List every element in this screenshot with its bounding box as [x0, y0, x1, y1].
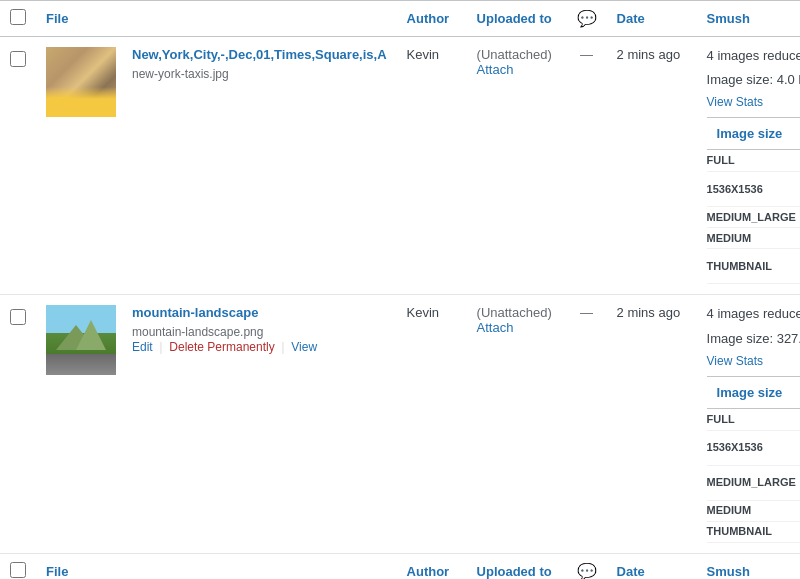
file-footer: File: [36, 553, 397, 579]
file-name: new-york-taxis.jpg: [132, 67, 229, 81]
file-header: File: [36, 1, 397, 37]
smush-size-name: MEDIUM_LARGE: [707, 465, 800, 500]
file-cell: New,York,City,-,Dec,01,Times,Square,is,A…: [122, 37, 397, 295]
view-stats-link[interactable]: View Stats: [707, 95, 800, 109]
action-separator: |: [156, 339, 167, 354]
smush-size-name: MEDIUM: [707, 228, 800, 249]
date-cell: 2 mins ago: [607, 37, 697, 295]
smush-table-header: Image sizeSavings: [707, 376, 800, 408]
smush-size-name: FULL: [707, 150, 800, 172]
row-checkbox[interactable]: [10, 309, 26, 325]
smush-table-row: THUMBNAIL(150x150)2.0 KB ( 11.7% ): [707, 521, 800, 542]
date-value: 2 mins ago: [617, 47, 681, 62]
action-delete-permanently[interactable]: Delete Permanently: [169, 340, 274, 354]
action-separator: |: [278, 339, 289, 354]
author-header: Author: [397, 1, 467, 37]
action-view[interactable]: View: [291, 340, 317, 354]
row-checkbox-cell: [0, 295, 36, 553]
comment-dash: —: [580, 47, 593, 62]
smush-table-row: MEDIUM(300x200)2.2 KB ( 8.2% ): [707, 228, 800, 249]
date-header: Date: [607, 1, 697, 37]
smush-size-name: 1536X1536: [707, 430, 800, 465]
file-name: mountain-landscape.png: [132, 325, 263, 339]
attach-link[interactable]: Attach: [477, 62, 514, 77]
file-title-link[interactable]: New,York,City,-,Dec,01,Times,Square,is,A: [132, 47, 387, 64]
smush-size-name: THUMBNAIL: [707, 521, 800, 542]
comments-footer: 💬: [567, 553, 607, 579]
comment-cell: —: [567, 37, 607, 295]
smush-footer: Smush: [697, 553, 800, 579]
row-checkbox[interactable]: [10, 51, 26, 67]
date-footer: Date: [607, 553, 697, 579]
comment-cell: —: [567, 295, 607, 553]
smush-table-row: MEDIUM_LARGE(768x429)23.6 KB ( 18.8% ): [707, 465, 800, 500]
row-actions: Edit | Delete Permanently | View: [132, 339, 387, 354]
comments-icon-footer: 💬: [577, 563, 597, 579]
smush-size-name: MEDIUM_LARGE: [707, 207, 800, 228]
smush-table-row: THUMBNAIL(150x150)911.0 B ( 8.3% ): [707, 249, 800, 284]
row-checkbox-cell: [0, 37, 36, 295]
smush-table-row: FULLPRO: [707, 408, 800, 430]
smush-details-table: Image sizeSavingsFULLPRO1536X1536(1536x8…: [707, 376, 800, 543]
author-cell: Kevin: [397, 37, 467, 295]
smush-col-image-size: Image size: [707, 118, 800, 150]
smush-cell: 4 images reduced by 35.6 KB (6.0%)Image …: [697, 37, 800, 295]
unattached-text: (Unattached): [477, 47, 557, 62]
action-edit[interactable]: Edit: [132, 340, 153, 354]
smush-summary: 4 images reduced by 35.6 KB (6.0%): [707, 47, 800, 65]
uploaded-to-header: Uploaded to: [467, 1, 567, 37]
smush-image-size: Image size: 327.5 KB: [707, 330, 800, 348]
smush-details-table: Image sizeSavingsFULLPRO1536X1536(1536x1…: [707, 117, 800, 284]
smush-col-image-size: Image size: [707, 376, 800, 408]
smush-header: Smush: [697, 1, 800, 37]
table-row: New,York,City,-,Dec,01,Times,Square,is,A…: [0, 37, 800, 295]
select-all-checkbox-col: [0, 1, 36, 37]
uploaded-to-cell: (Unattached)Attach: [467, 295, 567, 553]
smush-size-name: FULL: [707, 408, 800, 430]
date-value: 2 mins ago: [617, 305, 681, 320]
smush-table-row: 1536X1536(1536x1025)23.6 KB ( 5.6% ): [707, 172, 800, 207]
smush-table-row: FULLPRO: [707, 150, 800, 172]
thumbnail-cell: [36, 37, 122, 295]
attach-link[interactable]: Attach: [477, 320, 514, 335]
comments-icon: 💬: [577, 10, 597, 27]
smush-size-name: THUMBNAIL: [707, 249, 800, 284]
select-all-checkbox[interactable]: [10, 9, 26, 25]
smush-table-row: MEDIUM_LARGE(768x512)8.9 KB ( 6.7% ): [707, 207, 800, 228]
uploaded-to-footer: Uploaded to: [467, 553, 567, 579]
smush-image-size: Image size: 4.0 MB: [707, 71, 800, 89]
select-all-checkbox-footer[interactable]: [10, 562, 26, 578]
author-footer: Author: [397, 553, 467, 579]
table-row: mountain-landscapemountain-landscape.png…: [0, 295, 800, 553]
thumbnail-cell: [36, 295, 122, 553]
smush-summary: 4 images reduced by 73.5 KB (14.8%): [707, 305, 800, 323]
file-title-link[interactable]: mountain-landscape: [132, 305, 387, 322]
author-cell: Kevin: [397, 295, 467, 553]
thumbnail-image: [46, 305, 116, 375]
smush-table-row: MEDIUM(300x167)5.9 KB ( 16% ): [707, 500, 800, 521]
media-library-table: File Author Uploaded to 💬 Date Smush New…: [0, 0, 800, 579]
comments-header: 💬: [567, 1, 607, 37]
view-stats-link[interactable]: View Stats: [707, 354, 800, 368]
smush-table-row: 1536X1536(1536x857)42.0 KB ( 13.3% ): [707, 430, 800, 465]
file-cell: mountain-landscapemountain-landscape.png…: [122, 295, 397, 553]
smush-size-name: 1536X1536: [707, 172, 800, 207]
smush-size-name: MEDIUM: [707, 500, 800, 521]
date-cell: 2 mins ago: [607, 295, 697, 553]
thumbnail-image: [46, 47, 116, 117]
smush-cell: 4 images reduced by 73.5 KB (14.8%)Image…: [697, 295, 800, 553]
table-footer: File Author Uploaded to 💬 Date Smush: [0, 553, 800, 579]
uploaded-to-cell: (Unattached)Attach: [467, 37, 567, 295]
table-header: File Author Uploaded to 💬 Date Smush: [0, 1, 800, 37]
comment-dash: —: [580, 305, 593, 320]
select-all-checkbox-col-footer: [0, 553, 36, 579]
smush-table-header: Image sizeSavings: [707, 118, 800, 150]
unattached-text: (Unattached): [477, 305, 557, 320]
